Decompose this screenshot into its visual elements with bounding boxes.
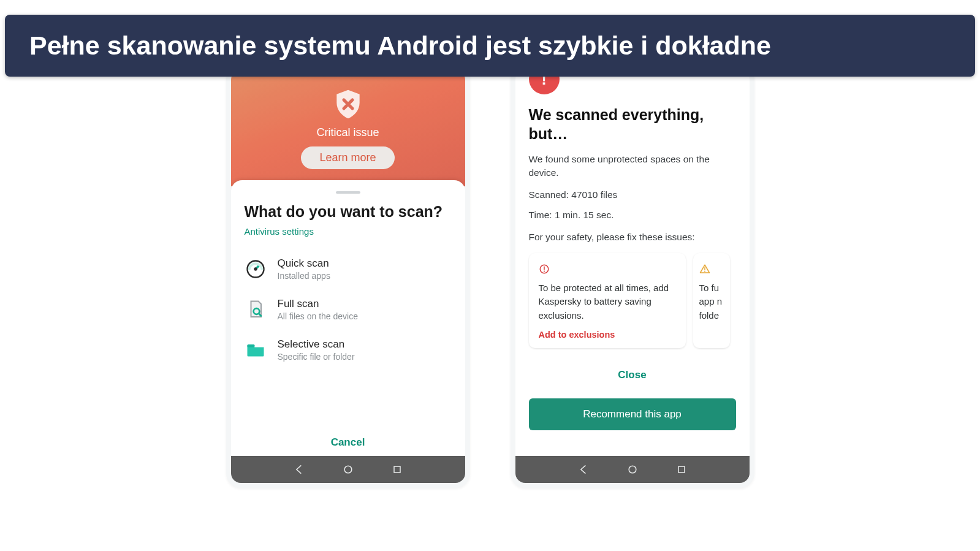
svg-point-11 (629, 466, 636, 473)
phone-right: ! We scanned everything, but… We found s… (511, 65, 754, 488)
result-desc: We found some unprotected spaces on the … (529, 153, 736, 180)
nav-recent-icon[interactable] (675, 463, 688, 476)
gauge-icon (245, 258, 267, 280)
sheet-grip[interactable] (336, 191, 360, 194)
full-scan-title: Full scan (278, 298, 359, 310)
android-navbar-left (231, 456, 465, 483)
nav-back-icon[interactable] (293, 463, 305, 476)
scan-result-content: ! We scanned everything, but… We found s… (515, 70, 750, 456)
selective-scan-title: Selective scan (278, 338, 355, 351)
issue-card-peek[interactable]: To fu app n folde (693, 253, 730, 349)
add-exclusions-link[interactable]: Add to exclusions (539, 330, 676, 340)
critical-badge-icon (539, 263, 676, 276)
scan-option-quick[interactable]: Quick scan Installed apps (245, 249, 452, 289)
scan-option-full[interactable]: Full scan All files on the device (245, 289, 452, 330)
warning-badge-icon (699, 263, 720, 276)
android-navbar-right (515, 456, 750, 483)
folder-icon (245, 339, 267, 361)
result-title: We scanned everything, but… (529, 105, 736, 144)
nav-home-icon[interactable] (342, 463, 354, 476)
headline-text: Pełne skanowanie systemu Android jest sz… (29, 31, 771, 60)
close-button[interactable]: Close (529, 369, 736, 381)
cancel-button[interactable]: Cancel (231, 436, 465, 449)
svg-rect-12 (678, 466, 685, 473)
shield-x-icon (331, 87, 365, 121)
headline-banner: Pełne skanowanie systemu Android jest sz… (5, 15, 975, 77)
svg-point-4 (344, 466, 352, 473)
svg-point-10 (704, 271, 705, 272)
time-line: Time: 1 min. 15 sec. (529, 208, 736, 222)
issue2-snippet: To fu app n folde (699, 281, 720, 323)
scan-option-selective[interactable]: Selective scan Specific file or folder (245, 330, 452, 370)
svg-rect-5 (394, 466, 400, 473)
critical-hero: Critical issue Learn more (231, 70, 465, 186)
issue-card-battery[interactable]: To be protected at all times, add Kasper… (529, 253, 686, 349)
sheet-title: What do you want to scan? (245, 202, 452, 221)
recommend-button[interactable]: Recommend this app (529, 398, 736, 430)
issues-row[interactable]: To be protected at all times, add Kasper… (529, 253, 736, 349)
scanned-line: Scanned: 47010 files (529, 188, 736, 202)
selective-scan-sub: Specific file or folder (278, 352, 355, 362)
learn-more-button[interactable]: Learn more (301, 146, 394, 169)
quick-scan-sub: Installed apps (278, 271, 330, 281)
issue1-body: To be protected at all times, add Kasper… (539, 281, 676, 323)
svg-point-8 (544, 270, 545, 272)
scan-sheet: What do you want to scan? Antivirus sett… (231, 180, 465, 460)
phone-left: Critical issue Learn more What do you wa… (226, 65, 470, 488)
svg-rect-3 (247, 344, 254, 348)
phones-row: Critical issue Learn more What do you wa… (0, 48, 980, 488)
hero-label: Critical issue (316, 126, 379, 139)
nav-recent-icon[interactable] (391, 463, 403, 476)
antivirus-settings-link[interactable]: Antivirus settings (245, 226, 314, 237)
nav-home-icon[interactable] (626, 463, 639, 476)
file-search-icon (245, 298, 267, 321)
svg-point-1 (254, 268, 257, 271)
quick-scan-title: Quick scan (278, 257, 330, 270)
full-scan-sub: All files on the device (278, 311, 359, 321)
fix-prompt: For your safety, please fix these issues… (529, 230, 736, 244)
nav-back-icon[interactable] (577, 463, 590, 476)
